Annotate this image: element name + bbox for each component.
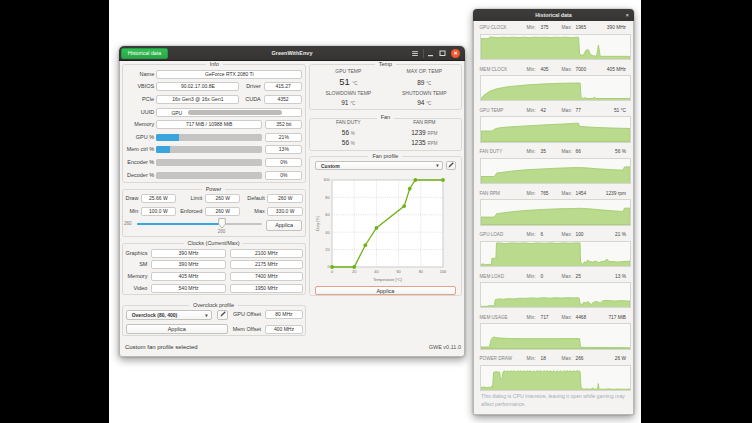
svg-text:40: 40 [374, 270, 378, 274]
svg-text:60: 60 [396, 270, 400, 274]
svg-text:80: 80 [325, 196, 329, 200]
svg-text:100: 100 [439, 270, 445, 274]
svg-text:100: 100 [323, 178, 329, 182]
svg-text:0: 0 [331, 270, 333, 274]
svg-text:40: 40 [325, 231, 329, 235]
svg-text:20: 20 [325, 248, 329, 252]
svg-text:Duty [%]: Duty [%] [316, 216, 320, 230]
svg-text:80: 80 [418, 270, 422, 274]
svg-text:Temperature [°C]: Temperature [°C] [373, 278, 402, 282]
svg-text:60: 60 [325, 213, 329, 217]
svg-text:0: 0 [327, 265, 329, 269]
svg-text:20: 20 [352, 270, 356, 274]
